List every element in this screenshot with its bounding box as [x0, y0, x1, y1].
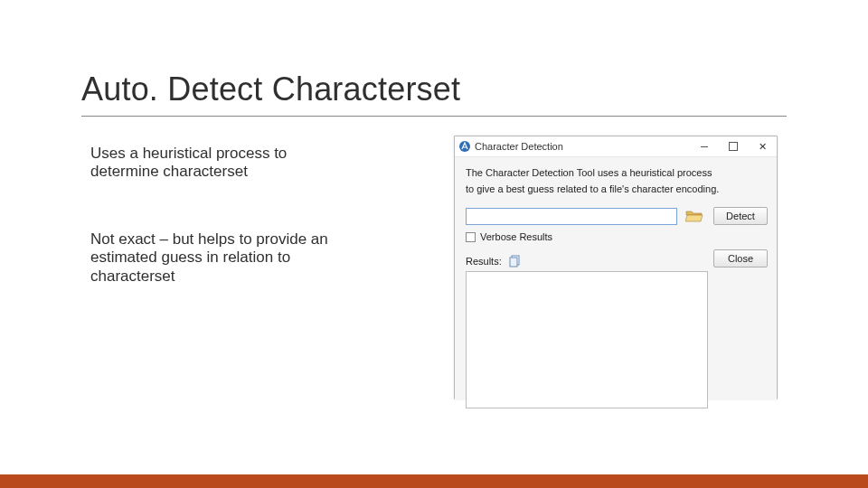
verbose-label: Verbose Results	[480, 231, 552, 242]
window-close-button[interactable]: ✕	[748, 136, 777, 156]
dialog-body: The Character Detection Tool uses a heur…	[455, 157, 777, 399]
info-text-line-2: to give a best guess related to a file's…	[466, 183, 768, 195]
detect-button[interactable]: Detect	[713, 207, 768, 225]
slide-footer-bar	[0, 474, 868, 488]
slide-title: Auto. Detect Characterset	[81, 70, 460, 108]
slide: Auto. Detect Characterset Uses a heurist…	[0, 0, 868, 488]
folder-open-icon	[685, 209, 703, 223]
app-icon	[458, 140, 471, 153]
verbose-checkbox[interactable]	[466, 232, 476, 242]
copy-icon	[509, 255, 522, 267]
close-icon: ✕	[759, 141, 767, 153]
copy-results-button[interactable]	[509, 255, 522, 267]
browse-button[interactable]	[684, 208, 704, 224]
results-label-row: Results:	[466, 255, 522, 267]
results-label: Results:	[466, 256, 502, 267]
file-path-input[interactable]	[466, 208, 677, 225]
slide-paragraph-2: Not exact – but helps to provide an esti…	[90, 230, 335, 286]
verbose-row: Verbose Results	[466, 231, 552, 242]
close-button[interactable]: Close	[713, 249, 768, 267]
title-underline	[81, 116, 787, 117]
svg-rect-2	[510, 258, 517, 267]
window-controls: ✕	[690, 136, 777, 156]
dialog-title: Character Detection	[475, 141, 563, 152]
file-input-row: Detect	[466, 207, 768, 225]
close-button-wrap: Close	[713, 249, 768, 267]
dialog-titlebar[interactable]: Character Detection ✕	[455, 136, 777, 157]
maximize-icon	[729, 142, 738, 151]
minimize-button[interactable]	[690, 136, 719, 156]
results-textarea[interactable]	[466, 271, 708, 408]
character-detection-dialog: Character Detection ✕ The Character Dete…	[454, 136, 778, 399]
minimize-icon	[701, 146, 708, 147]
maximize-button[interactable]	[719, 136, 748, 156]
info-text-line-1: The Character Detection Tool uses a heur…	[466, 166, 768, 179]
slide-paragraph-1: Uses a heuristical process to determine …	[90, 145, 335, 182]
